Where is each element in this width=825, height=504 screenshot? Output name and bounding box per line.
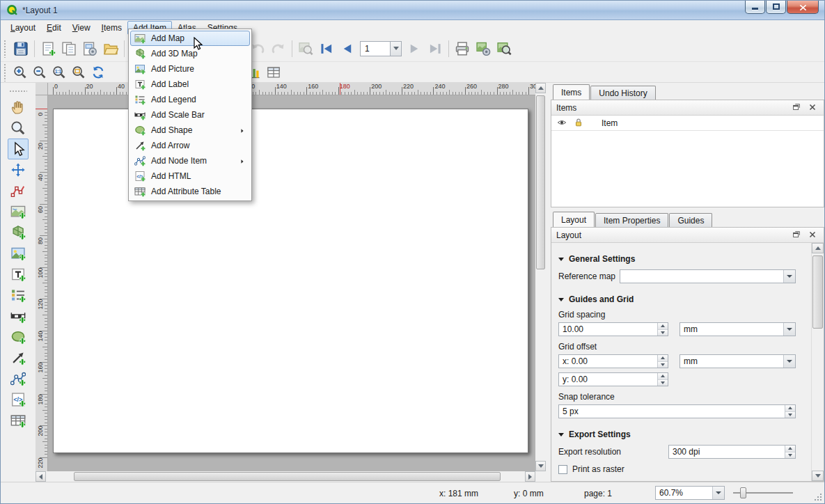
menu-item-add-shape[interactable]: Add Shape	[130, 123, 250, 138]
titlebar[interactable]: *Layout 1	[1, 1, 824, 20]
open-layout-button[interactable]	[100, 38, 121, 59]
spin-up-icon[interactable]	[658, 323, 668, 330]
add-map-tool[interactable]	[8, 201, 29, 222]
add-label-tool[interactable]	[8, 264, 29, 285]
menu-item-add-arrow[interactable]: Add Arrow	[130, 138, 250, 153]
zoom-level-combo[interactable]: 60.7%	[655, 486, 725, 500]
tab-item-properties[interactable]: Item Properties	[595, 213, 668, 227]
menubar-item-items[interactable]: Items	[96, 21, 127, 35]
close-panel-icon[interactable]	[808, 230, 819, 241]
menu-item-add-map[interactable]: Add Map	[130, 31, 250, 46]
layout-page[interactable]	[53, 109, 528, 453]
zoom-slider[interactable]	[733, 487, 793, 499]
close-panel-icon[interactable]	[808, 102, 819, 113]
last-feature-button[interactable]	[425, 38, 446, 59]
edit-nodes-item-tool[interactable]	[8, 180, 29, 201]
spin-down-icon[interactable]	[658, 330, 668, 336]
zoom-full-button[interactable]	[69, 63, 88, 81]
previous-feature-button[interactable]	[337, 38, 358, 59]
general-settings-section[interactable]: General Settings	[558, 254, 804, 264]
pan-layout-tool[interactable]	[8, 97, 29, 118]
canvas-horizontal-scrollbar[interactable]	[36, 471, 535, 482]
minimize-button[interactable]	[745, 1, 765, 14]
scroll-right-button[interactable]	[525, 471, 535, 482]
reference-map-combo[interactable]	[620, 269, 796, 283]
scroll-left-button[interactable]	[36, 471, 46, 482]
zoom-to-feature-button[interactable]	[494, 38, 514, 59]
menu-item-add-legend[interactable]: Add Legend	[130, 92, 250, 107]
guides-and-grid-section[interactable]: Guides and Grid	[558, 294, 804, 304]
spin-up-icon[interactable]	[785, 446, 795, 452]
menu-item-add-3d-map[interactable]: Add 3D Map	[130, 46, 250, 61]
page-number-value[interactable]: 1	[361, 44, 390, 54]
menu-item-add-attribute-table[interactable]: Add Attribute Table	[130, 184, 250, 199]
dropdown-arrow-icon[interactable]	[390, 42, 401, 56]
scrollbar-thumb[interactable]	[812, 255, 823, 329]
spin-buttons[interactable]	[785, 405, 795, 418]
grid-offset-y-spinbox[interactable]: y: 0.00	[558, 372, 668, 386]
grid-spacing-spinbox[interactable]: 10.00	[558, 322, 668, 336]
select-move-item-tool[interactable]	[8, 139, 29, 159]
menu-item-add-label[interactable]: Add Label	[130, 77, 250, 92]
spin-down-icon[interactable]	[658, 380, 668, 386]
add-arrow-tool[interactable]	[8, 347, 29, 368]
zoom-slider-handle[interactable]	[740, 487, 746, 498]
menu-item-add-picture[interactable]: Add Picture	[130, 61, 250, 77]
save-layout-button[interactable]	[10, 38, 31, 59]
spin-down-icon[interactable]	[785, 452, 795, 459]
horizontal-scrollbar-thumb[interactable]	[74, 472, 501, 481]
zoom-actual-button[interactable]: 1:1	[49, 63, 69, 81]
add-shape-tool[interactable]	[8, 326, 29, 347]
toolbar-grip[interactable]	[3, 63, 6, 81]
items-list[interactable]	[551, 132, 824, 207]
scroll-up-button[interactable]	[535, 83, 546, 93]
spin-buttons[interactable]	[785, 446, 795, 458]
menubar-item-view[interactable]: View	[67, 21, 96, 35]
print-atlas-button[interactable]	[452, 38, 473, 59]
spin-up-icon[interactable]	[658, 373, 668, 380]
menu-item-add-node-item[interactable]: Add Node Item	[130, 153, 250, 168]
new-layout-button[interactable]	[38, 38, 58, 59]
layout-manager-button[interactable]	[79, 38, 100, 59]
add-3d-map-tool[interactable]	[8, 222, 29, 243]
spin-buttons[interactable]	[657, 373, 668, 386]
add-picture-tool[interactable]	[8, 243, 29, 264]
maximize-button[interactable]	[766, 1, 786, 14]
zoom-out-button[interactable]	[30, 63, 49, 81]
export-settings-section[interactable]: Export Settings	[558, 430, 804, 439]
move-item-content-tool[interactable]	[8, 159, 29, 180]
vertical-scrollbar-thumb[interactable]	[536, 95, 545, 269]
menu-item-add-scale-bar[interactable]: Add Scale Bar	[130, 107, 250, 123]
tab-undo-history[interactable]: Undo History	[590, 86, 655, 100]
next-feature-button[interactable]	[404, 38, 425, 59]
spin-up-icon[interactable]	[658, 355, 668, 362]
export-resolution-spinbox[interactable]: 300 dpi	[668, 445, 796, 459]
spin-up-icon[interactable]	[785, 405, 795, 412]
layout-panel-scrollbar[interactable]	[811, 243, 824, 481]
atlas-page-spinbox[interactable]: 1	[360, 41, 402, 56]
add-attribute-table-tool[interactable]	[8, 410, 29, 431]
atlas-settings-button[interactable]	[473, 38, 494, 59]
redo-button[interactable]	[268, 38, 289, 59]
zoom-tool[interactable]	[8, 118, 29, 139]
add-html-tool[interactable]: </>	[8, 389, 29, 410]
add-node-item-tool[interactable]	[8, 368, 29, 389]
canvas-vertical-scrollbar[interactable]	[535, 83, 546, 471]
scroll-down-button[interactable]	[812, 471, 824, 481]
close-button[interactable]	[787, 1, 819, 14]
tab-guides[interactable]: Guides	[669, 213, 712, 227]
menu-item-add-html[interactable]: </>Add HTML	[130, 168, 250, 184]
layout-viewport[interactable]	[48, 95, 535, 471]
resize-grip[interactable]	[813, 492, 822, 501]
add-legend-tool[interactable]	[8, 285, 29, 306]
toolbar-grip[interactable]	[9, 90, 27, 93]
first-feature-button[interactable]	[316, 38, 337, 59]
print-as-raster-checkbox[interactable]	[558, 465, 567, 474]
menubar-item-layout[interactable]: Layout	[5, 21, 41, 35]
grid-offset-unit-combo[interactable]: mm	[679, 354, 796, 368]
table-tool-button[interactable]	[264, 63, 283, 81]
menubar-item-edit[interactable]: Edit	[41, 21, 67, 35]
tab-items[interactable]: Items	[553, 84, 590, 100]
spin-buttons[interactable]	[657, 355, 668, 368]
scroll-down-button[interactable]	[535, 461, 546, 471]
